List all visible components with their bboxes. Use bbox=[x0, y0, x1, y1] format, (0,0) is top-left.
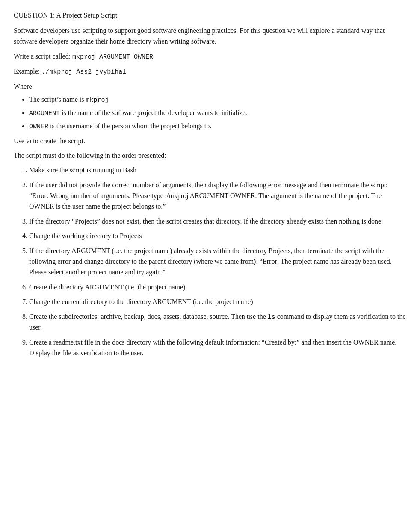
numbered-item-8-text-before: Create the subdirectories: archive, back… bbox=[29, 313, 268, 320]
bullet-3-code: OWNER bbox=[29, 123, 48, 130]
bullet-item-1: The script’s name is mkproj bbox=[29, 94, 406, 105]
numbered-item-4-text: Change the working directory to Projects bbox=[29, 232, 142, 239]
numbered-item-1-text: Make sure the script is running in Bash bbox=[29, 166, 136, 174]
example-label: Example: bbox=[14, 68, 41, 75]
use-vi-paragraph: Use vi to create the script. bbox=[14, 136, 406, 146]
write-script-line: Write a script called: mkproj ARGUMENT O… bbox=[14, 51, 406, 62]
numbered-item-1: Make sure the script is running in Bash bbox=[29, 165, 406, 176]
example-code: ./mkproj Ass2 jvybihal bbox=[41, 68, 126, 76]
numbered-item-8: Create the subdirectories: archive, back… bbox=[29, 312, 406, 333]
write-script-code: mkproj ARGUMENT OWNER bbox=[72, 53, 153, 61]
bullet-item-3: OWNER is the username of the person whom… bbox=[29, 121, 406, 132]
question-title: QUESTION 1: A Project Setup Script bbox=[14, 10, 406, 21]
numbered-item-7-text: Change the current directory to the dire… bbox=[29, 298, 253, 305]
numbered-item-4: Change the working directory to Projects bbox=[29, 231, 406, 242]
bullet-2-suffix: is the name of the software project the … bbox=[60, 109, 247, 116]
numbered-item-8-code: ls bbox=[268, 314, 275, 321]
intro-paragraph: Software developers use scripting to sup… bbox=[14, 26, 406, 47]
numbered-item-3-text: If the directory “Projects” does not exi… bbox=[29, 218, 383, 225]
numbered-item-6-text: Create the directory ARGUMENT (i.e. the … bbox=[29, 283, 187, 291]
where-label: Where: bbox=[14, 82, 406, 92]
numbered-item-9: Create a readme.txt file in the docs dir… bbox=[29, 337, 406, 359]
numbered-item-5-text: If the directory ARGUMENT (i.e. the proj… bbox=[29, 247, 392, 276]
script-must-paragraph: The script must do the following in the … bbox=[14, 150, 406, 161]
numbered-item-2-text: If the user did not provide the correct … bbox=[29, 181, 388, 210]
numbered-item-2: If the user did not provide the correct … bbox=[29, 180, 406, 212]
bullet-1-prefix: The script’s name is bbox=[29, 96, 86, 103]
numbered-item-5: If the directory ARGUMENT (i.e. the proj… bbox=[29, 246, 406, 277]
numbered-item-6: Create the directory ARGUMENT (i.e. the … bbox=[29, 282, 406, 293]
example-line: Example: ./mkproj Ass2 jvybihal bbox=[14, 66, 406, 77]
numbered-item-3: If the directory “Projects” does not exi… bbox=[29, 216, 406, 227]
bullet-2-code: ARGUMENT bbox=[29, 110, 60, 117]
numbered-item-9-text: Create a readme.txt file in the docs dir… bbox=[29, 339, 396, 357]
numbered-steps-list: Make sure the script is running in Bash … bbox=[29, 165, 406, 358]
bullet-3-suffix: is the username of the person whom the p… bbox=[48, 122, 211, 130]
where-bullet-list: The script’s name is mkproj ARGUMENT is … bbox=[29, 94, 406, 132]
numbered-item-7: Change the current directory to the dire… bbox=[29, 297, 406, 307]
bullet-1-code: mkproj bbox=[86, 97, 109, 104]
write-script-label: Write a script called: bbox=[14, 53, 72, 60]
bullet-item-2: ARGUMENT is the name of the software pro… bbox=[29, 108, 406, 118]
